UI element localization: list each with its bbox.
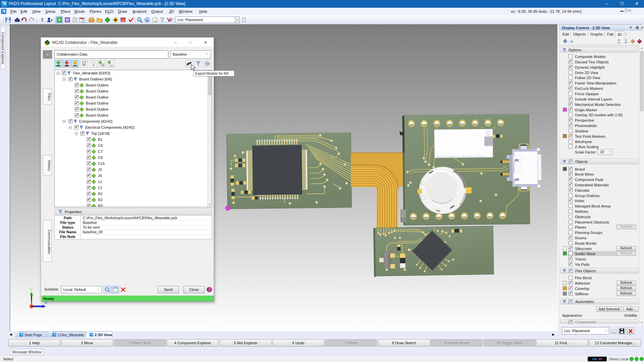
svg-text:Y: Y — [30, 287, 33, 292]
